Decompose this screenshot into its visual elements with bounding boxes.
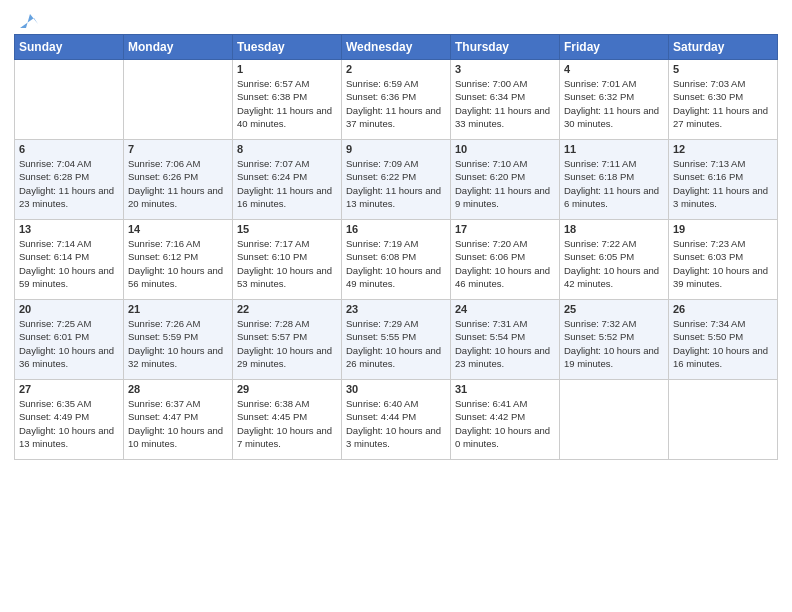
calendar-day-20: 20Sunrise: 7:25 AM Sunset: 6:01 PM Dayli… xyxy=(15,300,124,380)
day-number: 14 xyxy=(128,223,228,235)
day-info: Sunrise: 7:04 AM Sunset: 6:28 PM Dayligh… xyxy=(19,157,119,210)
calendar-day-5: 5Sunrise: 7:03 AM Sunset: 6:30 PM Daylig… xyxy=(669,60,778,140)
day-info: Sunrise: 7:00 AM Sunset: 6:34 PM Dayligh… xyxy=(455,77,555,130)
calendar-day-30: 30Sunrise: 6:40 AM Sunset: 4:44 PM Dayli… xyxy=(342,380,451,460)
calendar-day-26: 26Sunrise: 7:34 AM Sunset: 5:50 PM Dayli… xyxy=(669,300,778,380)
day-info: Sunrise: 6:41 AM Sunset: 4:42 PM Dayligh… xyxy=(455,397,555,450)
day-header-friday: Friday xyxy=(560,35,669,60)
calendar-table: SundayMondayTuesdayWednesdayThursdayFrid… xyxy=(14,34,778,460)
day-header-sunday: Sunday xyxy=(15,35,124,60)
day-number: 10 xyxy=(455,143,555,155)
logo xyxy=(14,10,38,28)
day-info: Sunrise: 7:11 AM Sunset: 6:18 PM Dayligh… xyxy=(564,157,664,210)
calendar-week-row: 1Sunrise: 6:57 AM Sunset: 6:38 PM Daylig… xyxy=(15,60,778,140)
day-info: Sunrise: 7:26 AM Sunset: 5:59 PM Dayligh… xyxy=(128,317,228,370)
main-container: SundayMondayTuesdayWednesdayThursdayFrid… xyxy=(0,0,792,470)
day-info: Sunrise: 7:10 AM Sunset: 6:20 PM Dayligh… xyxy=(455,157,555,210)
day-info: Sunrise: 7:31 AM Sunset: 5:54 PM Dayligh… xyxy=(455,317,555,370)
day-info: Sunrise: 7:16 AM Sunset: 6:12 PM Dayligh… xyxy=(128,237,228,290)
calendar-week-row: 20Sunrise: 7:25 AM Sunset: 6:01 PM Dayli… xyxy=(15,300,778,380)
calendar-day-25: 25Sunrise: 7:32 AM Sunset: 5:52 PM Dayli… xyxy=(560,300,669,380)
calendar-week-row: 13Sunrise: 7:14 AM Sunset: 6:14 PM Dayli… xyxy=(15,220,778,300)
day-info: Sunrise: 7:32 AM Sunset: 5:52 PM Dayligh… xyxy=(564,317,664,370)
svg-marker-0 xyxy=(20,14,38,28)
day-info: Sunrise: 7:07 AM Sunset: 6:24 PM Dayligh… xyxy=(237,157,337,210)
day-info: Sunrise: 7:09 AM Sunset: 6:22 PM Dayligh… xyxy=(346,157,446,210)
day-number: 24 xyxy=(455,303,555,315)
calendar-day-29: 29Sunrise: 6:38 AM Sunset: 4:45 PM Dayli… xyxy=(233,380,342,460)
calendar-day-15: 15Sunrise: 7:17 AM Sunset: 6:10 PM Dayli… xyxy=(233,220,342,300)
day-number: 13 xyxy=(19,223,119,235)
day-info: Sunrise: 7:19 AM Sunset: 6:08 PM Dayligh… xyxy=(346,237,446,290)
day-number: 15 xyxy=(237,223,337,235)
day-info: Sunrise: 7:01 AM Sunset: 6:32 PM Dayligh… xyxy=(564,77,664,130)
day-number: 25 xyxy=(564,303,664,315)
day-info: Sunrise: 7:17 AM Sunset: 6:10 PM Dayligh… xyxy=(237,237,337,290)
calendar-day-24: 24Sunrise: 7:31 AM Sunset: 5:54 PM Dayli… xyxy=(451,300,560,380)
day-header-monday: Monday xyxy=(124,35,233,60)
calendar-day-7: 7Sunrise: 7:06 AM Sunset: 6:26 PM Daylig… xyxy=(124,140,233,220)
day-info: Sunrise: 7:13 AM Sunset: 6:16 PM Dayligh… xyxy=(673,157,773,210)
day-info: Sunrise: 6:59 AM Sunset: 6:36 PM Dayligh… xyxy=(346,77,446,130)
calendar-day-18: 18Sunrise: 7:22 AM Sunset: 6:05 PM Dayli… xyxy=(560,220,669,300)
day-number: 31 xyxy=(455,383,555,395)
day-number: 28 xyxy=(128,383,228,395)
day-info: Sunrise: 6:37 AM Sunset: 4:47 PM Dayligh… xyxy=(128,397,228,450)
day-number: 6 xyxy=(19,143,119,155)
calendar-empty-cell xyxy=(669,380,778,460)
day-number: 8 xyxy=(237,143,337,155)
calendar-header-row: SundayMondayTuesdayWednesdayThursdayFrid… xyxy=(15,35,778,60)
calendar-day-21: 21Sunrise: 7:26 AM Sunset: 5:59 PM Dayli… xyxy=(124,300,233,380)
day-number: 5 xyxy=(673,63,773,75)
calendar-day-23: 23Sunrise: 7:29 AM Sunset: 5:55 PM Dayli… xyxy=(342,300,451,380)
calendar-day-1: 1Sunrise: 6:57 AM Sunset: 6:38 PM Daylig… xyxy=(233,60,342,140)
day-info: Sunrise: 7:22 AM Sunset: 6:05 PM Dayligh… xyxy=(564,237,664,290)
day-info: Sunrise: 7:28 AM Sunset: 5:57 PM Dayligh… xyxy=(237,317,337,370)
day-number: 19 xyxy=(673,223,773,235)
calendar-week-row: 27Sunrise: 6:35 AM Sunset: 4:49 PM Dayli… xyxy=(15,380,778,460)
day-number: 4 xyxy=(564,63,664,75)
day-info: Sunrise: 7:20 AM Sunset: 6:06 PM Dayligh… xyxy=(455,237,555,290)
calendar-day-2: 2Sunrise: 6:59 AM Sunset: 6:36 PM Daylig… xyxy=(342,60,451,140)
logo-icon xyxy=(16,10,38,32)
calendar-day-11: 11Sunrise: 7:11 AM Sunset: 6:18 PM Dayli… xyxy=(560,140,669,220)
calendar-empty-cell xyxy=(560,380,669,460)
day-header-saturday: Saturday xyxy=(669,35,778,60)
day-number: 7 xyxy=(128,143,228,155)
calendar-day-13: 13Sunrise: 7:14 AM Sunset: 6:14 PM Dayli… xyxy=(15,220,124,300)
calendar-empty-cell xyxy=(124,60,233,140)
day-number: 3 xyxy=(455,63,555,75)
day-info: Sunrise: 7:03 AM Sunset: 6:30 PM Dayligh… xyxy=(673,77,773,130)
day-number: 23 xyxy=(346,303,446,315)
day-info: Sunrise: 7:29 AM Sunset: 5:55 PM Dayligh… xyxy=(346,317,446,370)
calendar-day-31: 31Sunrise: 6:41 AM Sunset: 4:42 PM Dayli… xyxy=(451,380,560,460)
day-info: Sunrise: 7:25 AM Sunset: 6:01 PM Dayligh… xyxy=(19,317,119,370)
calendar-day-17: 17Sunrise: 7:20 AM Sunset: 6:06 PM Dayli… xyxy=(451,220,560,300)
calendar-day-8: 8Sunrise: 7:07 AM Sunset: 6:24 PM Daylig… xyxy=(233,140,342,220)
day-number: 1 xyxy=(237,63,337,75)
day-number: 17 xyxy=(455,223,555,235)
calendar-day-9: 9Sunrise: 7:09 AM Sunset: 6:22 PM Daylig… xyxy=(342,140,451,220)
day-number: 21 xyxy=(128,303,228,315)
calendar-day-6: 6Sunrise: 7:04 AM Sunset: 6:28 PM Daylig… xyxy=(15,140,124,220)
day-number: 27 xyxy=(19,383,119,395)
calendar-week-row: 6Sunrise: 7:04 AM Sunset: 6:28 PM Daylig… xyxy=(15,140,778,220)
day-info: Sunrise: 7:23 AM Sunset: 6:03 PM Dayligh… xyxy=(673,237,773,290)
day-info: Sunrise: 6:57 AM Sunset: 6:38 PM Dayligh… xyxy=(237,77,337,130)
day-header-tuesday: Tuesday xyxy=(233,35,342,60)
calendar-day-19: 19Sunrise: 7:23 AM Sunset: 6:03 PM Dayli… xyxy=(669,220,778,300)
day-info: Sunrise: 6:38 AM Sunset: 4:45 PM Dayligh… xyxy=(237,397,337,450)
day-number: 22 xyxy=(237,303,337,315)
day-header-thursday: Thursday xyxy=(451,35,560,60)
day-number: 16 xyxy=(346,223,446,235)
day-number: 30 xyxy=(346,383,446,395)
day-number: 20 xyxy=(19,303,119,315)
day-number: 18 xyxy=(564,223,664,235)
calendar-day-16: 16Sunrise: 7:19 AM Sunset: 6:08 PM Dayli… xyxy=(342,220,451,300)
calendar-day-10: 10Sunrise: 7:10 AM Sunset: 6:20 PM Dayli… xyxy=(451,140,560,220)
day-number: 12 xyxy=(673,143,773,155)
day-number: 9 xyxy=(346,143,446,155)
header xyxy=(14,10,778,28)
calendar-day-28: 28Sunrise: 6:37 AM Sunset: 4:47 PM Dayli… xyxy=(124,380,233,460)
day-info: Sunrise: 7:34 AM Sunset: 5:50 PM Dayligh… xyxy=(673,317,773,370)
